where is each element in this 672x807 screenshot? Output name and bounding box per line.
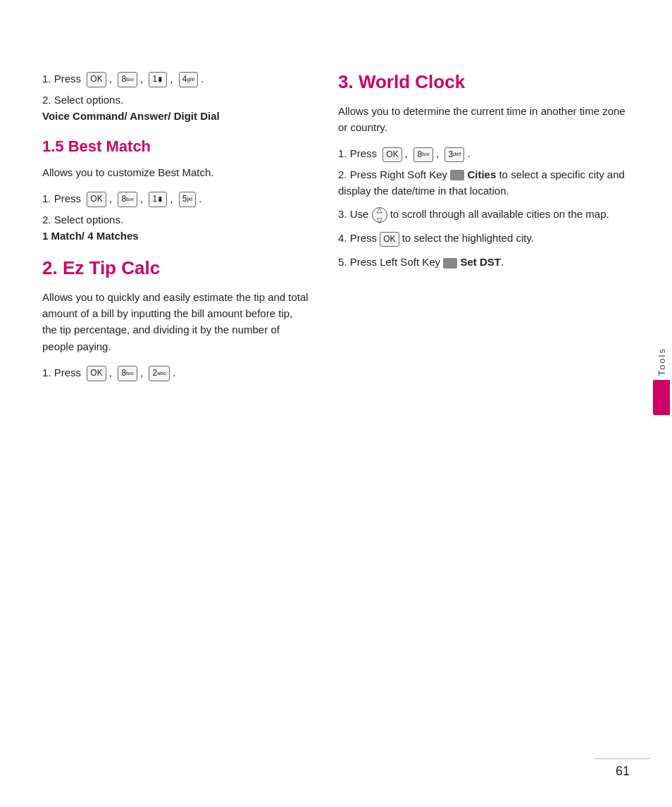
- sidebar-tab-bar: [653, 380, 670, 415]
- left-column: 1. Press OK , 8tuv , 1 📱 , 4ghi . 2. Sel…: [42, 70, 310, 394]
- key-ok-wc: OK: [382, 147, 402, 162]
- scroll-icon: △▽: [372, 207, 387, 223]
- key-1-1: 1 📱: [149, 72, 167, 87]
- wc-step3: 3. Use △▽ to scroll through all availabl…: [338, 206, 630, 223]
- key-1-bm: 1📱: [149, 192, 167, 207]
- world-clock-intro: Allows you to determine the current time…: [338, 103, 630, 136]
- best-match-step2: 2. Select options. 1 Match/ 4 Matches: [42, 211, 310, 245]
- wc-step4: 4. Press OK to select the highlighted ci…: [338, 230, 630, 247]
- match-options: 1 Match/ 4 Matches: [42, 230, 139, 242]
- sidebar-tab: Tools: [651, 347, 672, 460]
- key-ok-wc4: OK: [380, 232, 399, 247]
- page-number-divider: [595, 758, 651, 759]
- wc-step5: 5. Press Left Soft Key Set DST.: [338, 254, 630, 270]
- section-best-match: 1.5 Best Match Allows you to customize B…: [42, 137, 310, 244]
- left-soft-key-icon: [443, 258, 457, 269]
- right-soft-key-icon: [450, 170, 464, 180]
- best-match-intro: Allows you to customize Best Match.: [42, 164, 310, 180]
- section-voice-command: 1. Press OK , 8tuv , 1 📱 , 4ghi . 2. Sel…: [42, 70, 310, 124]
- section-ez-tip: 2. Ez Tip Calc Allows you to quickly and…: [42, 257, 310, 381]
- key-5-bm: 5jkl: [179, 192, 196, 207]
- key-ok-bm: OK: [87, 192, 106, 207]
- world-clock-heading: 3. World Clock: [338, 70, 630, 94]
- wc-step2: 2. Press Right Soft Key Cities to select…: [338, 166, 630, 199]
- step-2-select: 2. Select options. Voice Command/ Answer…: [42, 92, 310, 125]
- best-match-heading: 1.5 Best Match: [42, 137, 310, 157]
- right-column: 3. World Clock Allows you to determine t…: [338, 70, 630, 394]
- ez-tip-heading: 2. Ez Tip Calc: [42, 257, 310, 281]
- page-number: 61: [616, 764, 630, 779]
- key-3-wc: 3def: [444, 147, 464, 162]
- key-4-1: 4ghi: [179, 72, 198, 87]
- step-1-press: 1. Press OK , 8tuv , 1 📱 , 4ghi .: [42, 70, 310, 87]
- cities-label: Cities: [467, 168, 496, 180]
- key-ok-1: OK: [87, 72, 106, 87]
- sidebar-tab-label: Tools: [657, 347, 667, 376]
- key-2-ez: 2abc: [149, 366, 170, 381]
- ez-tip-step1: 1. Press OK , 8tuv , 2abc .: [42, 364, 310, 381]
- best-match-step1: 1. Press OK , 8tuv , 1📱 , 5jkl .: [42, 190, 310, 207]
- voice-command-options: Voice Command/ Answer/ Digit Dial: [42, 110, 220, 122]
- key-8-bm: 8tuv: [118, 192, 137, 207]
- ez-tip-intro: Allows you to quickly and easily estimat…: [42, 289, 310, 355]
- key-ok-ez: OK: [87, 366, 106, 381]
- set-dst-label: Set DST: [460, 256, 501, 268]
- key-8-1: 8tuv: [118, 72, 137, 87]
- key-8-ez: 8tuv: [118, 366, 137, 381]
- section-world-clock: 3. World Clock Allows you to determine t…: [338, 70, 630, 270]
- key-8-wc: 8tuv: [413, 147, 433, 162]
- wc-step1: 1. Press OK , 8tuv , 3def .: [338, 145, 630, 162]
